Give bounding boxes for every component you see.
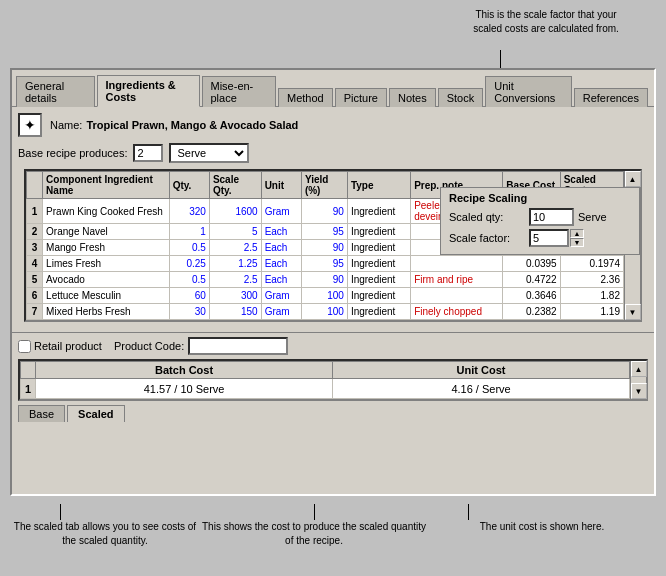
yield: 90: [301, 199, 347, 224]
unit-cost-value: 4.16 / Serve: [333, 379, 630, 399]
bottom-tab-bar: Base Scaled: [12, 403, 654, 422]
cost-row-num: 1: [21, 379, 36, 399]
base-cost: 0.0395: [503, 256, 561, 272]
name-row: ✦ Name: Tropical Prawn, Mango & Avocado …: [18, 113, 648, 137]
unit: Each: [261, 224, 301, 240]
callout-arrow-line: [500, 50, 501, 70]
annotation-scaled-tab: The scaled tab allows you to see costs o…: [10, 504, 200, 548]
row-num: 5: [27, 272, 43, 288]
cost-th-unit: Unit Cost: [333, 362, 630, 379]
tab-method[interactable]: Method: [278, 88, 333, 107]
scroll-up-arrow[interactable]: ▲: [625, 171, 641, 187]
base-produces-input[interactable]: [133, 144, 163, 162]
type: Ingredient: [347, 272, 410, 288]
row-num: 6: [27, 288, 43, 304]
tab-notes[interactable]: Notes: [389, 88, 436, 107]
base-unit-select[interactable]: Serve: [169, 143, 249, 163]
bottom-annotations: The scaled tab allows you to see costs o…: [10, 500, 656, 576]
cost-scrollbar[interactable]: ▲ ▼: [630, 361, 646, 399]
retail-checkbox-label[interactable]: Retail product: [18, 340, 102, 353]
batch-cost-value: 41.57 / 10 Serve: [36, 379, 333, 399]
recipe-icon: ✦: [18, 113, 42, 137]
unit: Gram: [261, 304, 301, 320]
table-row: 4Limes Fresh0.251.25Each95Ingredient0.03…: [27, 256, 624, 272]
ann-line-1: [60, 504, 61, 520]
tab-references[interactable]: References: [574, 88, 648, 107]
scale-qty: 5: [209, 224, 261, 240]
ingredient-name: Avocado: [43, 272, 170, 288]
scroll-down-arrow[interactable]: ▼: [625, 304, 641, 320]
qty: 0.5: [169, 272, 209, 288]
scaled-cost: 2.36: [560, 272, 623, 288]
qty: 0.5: [169, 240, 209, 256]
scaled-qty-label: Scaled qty:: [449, 211, 529, 223]
yield: 90: [301, 240, 347, 256]
qty: 0.25: [169, 256, 209, 272]
unit: Each: [261, 256, 301, 272]
unit: Gram: [261, 199, 301, 224]
type: Ingredient: [347, 256, 410, 272]
callout-top: This is the scale factor that your scale…: [456, 8, 636, 36]
annotation-batch-cost: This shows the cost to produce the scale…: [200, 504, 428, 548]
base-produces-label: Base recipe produces:: [18, 147, 127, 159]
th-scale-qty: Scale Qty.: [209, 172, 261, 199]
ingredient-name: Orange Navel: [43, 224, 170, 240]
unit: Each: [261, 272, 301, 288]
annotation-unit-cost: The unit cost is shown here.: [428, 504, 656, 534]
retail-checkbox[interactable]: [18, 340, 31, 353]
scale-qty: 1.25: [209, 256, 261, 272]
type: Ingredient: [347, 224, 410, 240]
scale-factor-input[interactable]: [529, 229, 569, 247]
table-row: 5Avocado0.52.5Each90IngredientFirm and r…: [27, 272, 624, 288]
scale-qty: 150: [209, 304, 261, 320]
product-code-input[interactable]: [188, 337, 288, 355]
unit: Each: [261, 240, 301, 256]
qty: 30: [169, 304, 209, 320]
scaling-title: Recipe Scaling: [449, 192, 631, 204]
ann-text-3: The unit cost is shown here.: [428, 520, 656, 534]
prep-note: [411, 288, 503, 304]
ann-text-2: This shows the cost to produce the scale…: [200, 520, 428, 548]
type: Ingredient: [347, 288, 410, 304]
base-cost: 0.3646: [503, 288, 561, 304]
yield: 95: [301, 224, 347, 240]
tab-mise-en-place[interactable]: Mise-en-place: [202, 76, 277, 107]
bottom-tab-scaled[interactable]: Scaled: [67, 405, 124, 422]
name-label: Name:: [50, 119, 82, 131]
spin-down-button[interactable]: ▼: [570, 238, 584, 247]
ingredient-name: Limes Fresh: [43, 256, 170, 272]
ingredient-name: Mango Fresh: [43, 240, 170, 256]
yield: 90: [301, 272, 347, 288]
scale-qty: 2.5: [209, 272, 261, 288]
tab-stock[interactable]: Stock: [438, 88, 484, 107]
cost-table-row: 1 41.57 / 10 Serve 4.16 / Serve: [21, 379, 630, 399]
qty: 60: [169, 288, 209, 304]
bottom-tab-base[interactable]: Base: [18, 405, 65, 422]
spin-up-button[interactable]: ▲: [570, 229, 584, 238]
qty: 320: [169, 199, 209, 224]
cost-table: Batch Cost Unit Cost 1 41.57 / 10 Serve …: [20, 361, 630, 399]
prep-note: Finely chopped: [411, 304, 503, 320]
ingredient-name: Prawn King Cooked Fresh: [43, 199, 170, 224]
cost-scroll-down[interactable]: ▼: [631, 383, 647, 399]
scale-qty: 300: [209, 288, 261, 304]
cost-section: Batch Cost Unit Cost 1 41.57 / 10 Serve …: [18, 359, 648, 401]
tab-ingredients-costs[interactable]: Ingredients & Costs: [97, 75, 200, 107]
tab-general-details[interactable]: General details: [16, 76, 95, 107]
type: Ingredient: [347, 304, 410, 320]
spin-buttons: ▲ ▼: [570, 229, 584, 247]
tab-unit-conversions[interactable]: Unit Conversions: [485, 76, 572, 107]
row-num: 7: [27, 304, 43, 320]
cost-scroll-up[interactable]: ▲: [631, 361, 647, 377]
qty: 1: [169, 224, 209, 240]
scaling-box: Recipe Scaling Scaled qty: Serve Scale f…: [440, 187, 640, 255]
scale-factor-label: Scale factor:: [449, 232, 529, 244]
scaled-cost: 1.19: [560, 304, 623, 320]
row-num: 2: [27, 224, 43, 240]
scaled-qty-input[interactable]: [529, 208, 574, 226]
ingredient-name: Mixed Herbs Fresh: [43, 304, 170, 320]
table-row: 7Mixed Herbs Fresh30150Gram100Ingredient…: [27, 304, 624, 320]
th-type: Type: [347, 172, 410, 199]
tab-picture[interactable]: Picture: [335, 88, 387, 107]
prep-note: Firm and ripe: [411, 272, 503, 288]
